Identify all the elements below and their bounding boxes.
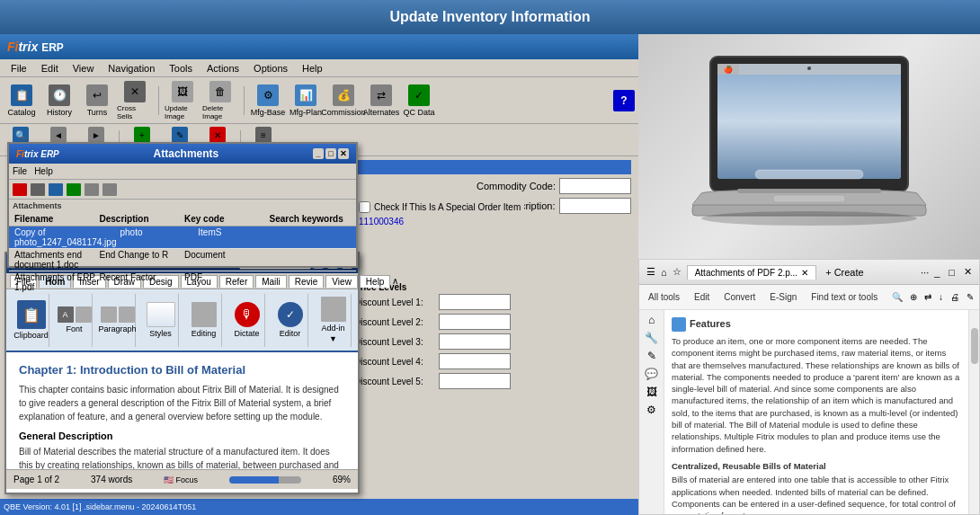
toolbar-mfg-base[interactable]: ⚙ Mfg-Base [250, 80, 286, 121]
toolbar1: 📋 Catalog 🕐 History ↩ Turns ✕ Cross Sell… [0, 77, 638, 124]
word-ribbon-toggle[interactable]: ∧ [392, 276, 398, 286]
font-size-icon[interactable] [76, 306, 92, 323]
toolbar-cross-sells[interactable]: ✕ Cross Sells [117, 80, 153, 121]
discount-2-input[interactable] [439, 314, 511, 330]
toolbar-turns[interactable]: ↩ Turns [79, 80, 115, 121]
attachment-row-0[interactable]: Copy of photo_1247_0481174.jpg photo Ite… [9, 226, 356, 249]
ribbon-clipboard: 📋 Clipboard [13, 293, 49, 347]
word-progress-bar [229, 476, 301, 484]
word-tab-help[interactable]: Help [360, 275, 391, 288]
pdf-edit[interactable]: Edit [690, 290, 713, 304]
toolbar-delete-image[interactable]: 🗑 Delete Image [202, 80, 238, 121]
list-icon[interactable] [119, 306, 135, 323]
toolbar-alternates[interactable]: ⇄ Alternates [363, 80, 399, 121]
pdf-home-icon[interactable]: ⌂ [661, 267, 667, 278]
editing-icon[interactable] [192, 302, 217, 327]
pdf-toolbar-icon4[interactable]: 🖨 [950, 292, 959, 302]
commodity-code-input[interactable] [559, 178, 631, 194]
ribbon-addin-arrow[interactable]: ▼ [329, 334, 337, 343]
attach-toolbar-icon4[interactable] [67, 183, 81, 196]
pdf-icon-settings[interactable]: ⚙ [646, 404, 656, 416]
status-text: QBE Version: 4.01 [1] .sidebar.menu - 20… [4, 502, 196, 511]
attachment-row-1[interactable]: Attachments end document 1.doc End Chang… [9, 249, 356, 271]
pdf-all-tools[interactable]: All tools [645, 290, 683, 304]
dictate-icon[interactable]: 🎙 [235, 302, 260, 327]
pdf-icon-home[interactable]: ⌂ [648, 314, 655, 326]
pdf-hamburger-icon[interactable]: ☰ [646, 266, 655, 278]
dialog-minimize[interactable]: _ [313, 148, 324, 159]
pdf-toolbar-icon3[interactable]: ↓ [939, 292, 943, 302]
attach-toolbar-icon3[interactable] [49, 183, 63, 196]
menu-options[interactable]: Options [246, 61, 295, 75]
delete-icon: ✕ [209, 127, 226, 143]
pdf-toolbar-icon1[interactable]: ⊕ [910, 292, 917, 302]
attach-toolbar-icon6[interactable] [102, 183, 117, 196]
pdf-maximize-btn[interactable]: □ [949, 267, 955, 278]
pdf-tab[interactable]: Attachments of PDF 2.p... ✕ [687, 265, 817, 280]
pdf-icon-tools[interactable]: 🔧 [645, 332, 658, 344]
attach-toolbar-icon5[interactable] [85, 183, 99, 196]
menu-view[interactable]: View [66, 61, 102, 75]
pdf-esign[interactable]: E-Sign [766, 290, 800, 304]
pdf-convert[interactable]: Convert [720, 290, 759, 304]
align-icon[interactable] [101, 306, 117, 323]
pdf-toolbar-icon5[interactable]: ✎ [967, 292, 974, 302]
next-icon: ► [88, 127, 104, 143]
pdf-new-tab-btn[interactable]: + Create [825, 267, 864, 278]
special-order-label: Check If This Is A Special Order Item [374, 202, 521, 212]
menu-tools[interactable]: Tools [162, 61, 200, 75]
attachments-menu-help[interactable]: Help [34, 166, 53, 176]
pdf-viewer: ☰ ⌂ ☆ Attachments of PDF 2.p... ✕ + Crea… [638, 259, 980, 515]
menu-navigation[interactable]: Navigation [101, 61, 162, 75]
dialog-maximize[interactable]: □ [325, 148, 336, 159]
addin-icon[interactable] [321, 297, 346, 322]
pdf-ellipsis-icon[interactable]: ··· [921, 267, 929, 278]
attachments-dialog: Fitrix ERP Attachments _ □ ✕ File Help A… [7, 142, 358, 268]
erp-header: Fitrix ERP [0, 34, 638, 59]
pdf-scrollbar[interactable]: 1 2 3 4 5 [968, 310, 979, 514]
discount-4-input[interactable] [439, 353, 511, 369]
title-bar: Update Inventory Information [0, 0, 980, 34]
attach-toolbar-icon1[interactable] [13, 183, 27, 196]
special-order-checkbox[interactable] [359, 201, 370, 213]
paste-icon[interactable]: 📋 [17, 300, 46, 329]
discount-3-input[interactable] [439, 333, 511, 350]
toolbar-commission[interactable]: 💰 Commission [325, 80, 361, 121]
turns-icon: ↩ [86, 84, 108, 106]
toolbar-update-image[interactable]: 🖼 Update Image [165, 80, 200, 121]
menu-file[interactable]: File [4, 61, 34, 75]
pdf-find[interactable]: Find text or tools [807, 290, 881, 304]
pdf-close-btn[interactable]: ✕ [964, 266, 972, 278]
pdf-icon-image[interactable]: 🖼 [646, 386, 657, 398]
toolbar-qc-data[interactable]: ✓ QC Data [401, 80, 437, 121]
pdf-icon-comment[interactable]: 💬 [645, 368, 658, 380]
pdf-icon-edit[interactable]: ✎ [647, 350, 656, 362]
pdf-star-icon[interactable]: ☆ [673, 266, 682, 278]
attachments-menu-file[interactable]: File [13, 166, 27, 176]
toolbar-history[interactable]: 🕐 History [41, 80, 77, 121]
pdf-feature-header: Features [672, 317, 961, 332]
ribbon-styles: Styles [143, 293, 179, 347]
dialog-close[interactable]: ✕ [338, 148, 349, 159]
toolbar-catalog[interactable]: 📋 Catalog [4, 80, 40, 121]
styles-icon[interactable] [147, 302, 175, 327]
discount-1-input[interactable] [439, 294, 511, 310]
menu-actions[interactable]: Actions [200, 61, 246, 75]
pdf-tab-label: Attachments of PDF 2.p... [695, 268, 798, 278]
pdf-scrollbar-thumb[interactable] [971, 328, 978, 364]
attachment-row-2[interactable]: Attachments of ERP 1.pdf Recent Factor P… [9, 271, 356, 294]
discount-1-label: Discount Level 1: [354, 297, 435, 307]
menu-help[interactable]: Help [295, 61, 330, 75]
additional-desc-input[interactable] [559, 198, 631, 214]
font-icon[interactable]: A [58, 306, 74, 323]
pdf-tab-close[interactable]: ✕ [801, 268, 808, 278]
discount-5-input[interactable] [439, 373, 511, 389]
menu-edit[interactable]: Edit [34, 61, 66, 75]
editor-icon[interactable]: ✓ [278, 302, 303, 327]
pdf-minimize-btn[interactable]: _ [934, 267, 940, 278]
pdf-toolbar-icon2[interactable]: ⇄ [924, 292, 931, 302]
col-description: Description [98, 214, 183, 224]
browse-icon: ≡ [255, 127, 272, 143]
toolbar-mfg-plan[interactable]: 📊 Mfg-Plan [288, 80, 324, 121]
attach-toolbar-icon2[interactable] [31, 183, 45, 196]
